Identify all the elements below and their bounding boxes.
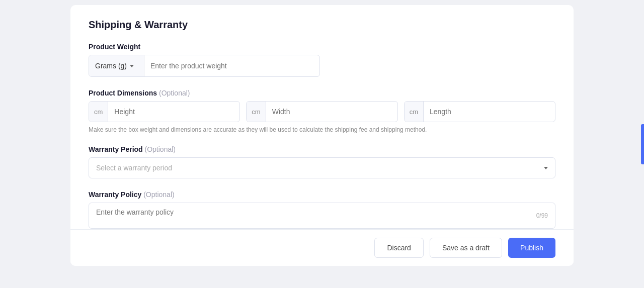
product-weight-label: Product Weight [89, 43, 555, 51]
warranty-policy-group: Warranty Policy (Optional) 0/99 [89, 190, 555, 229]
width-unit-label: cm [247, 102, 266, 122]
height-unit-label: cm [89, 102, 108, 122]
warranty-policy-label: Warranty Policy (Optional) [89, 190, 555, 199]
dimension-width-field: cm [246, 101, 397, 122]
dimension-height-field: cm [89, 101, 240, 122]
publish-button[interactable]: Publish [508, 238, 555, 258]
length-unit-label: cm [405, 102, 424, 122]
weight-unit-select[interactable]: Grams (g) [89, 55, 144, 76]
discard-button[interactable]: Discard [374, 238, 423, 258]
width-input[interactable] [266, 102, 397, 122]
warranty-policy-char-count: 0/99 [536, 212, 548, 219]
warranty-policy-textarea[interactable] [89, 203, 555, 226]
dimension-length-field: cm [404, 101, 555, 122]
shipping-warranty-card: Shipping & Warranty Product Weight Grams… [70, 5, 574, 266]
warranty-policy-textarea-wrap: 0/99 [89, 203, 555, 229]
weight-input-row: Grams (g) [89, 55, 320, 77]
warranty-period-optional-tag: (Optional) [145, 145, 176, 153]
weight-text-input[interactable] [144, 55, 319, 76]
page-title: Shipping & Warranty [89, 19, 555, 31]
height-input[interactable] [108, 102, 239, 122]
footer-bar: Discard Save as a draft Publish [70, 229, 574, 266]
length-input[interactable] [424, 102, 555, 122]
warranty-period-label: Warranty Period (Optional) [89, 145, 555, 153]
product-dimensions-group: Product Dimensions (Optional) cm cm cm M… [89, 89, 555, 133]
warranty-period-chevron-icon [544, 167, 548, 169]
save-draft-button[interactable]: Save as a draft [430, 238, 502, 258]
dimensions-row: cm cm cm [89, 101, 555, 122]
weight-unit-chevron-icon [130, 65, 134, 67]
warranty-period-select[interactable]: Select a warranty period [89, 157, 555, 178]
warranty-policy-optional-tag: (Optional) [143, 190, 174, 199]
weight-unit-value: Grams (g) [95, 62, 127, 70]
product-dimensions-label: Product Dimensions (Optional) [89, 89, 555, 97]
dimensions-hint: Make sure the box weight and dimensions … [89, 126, 555, 133]
right-accent-bar [641, 124, 644, 164]
warranty-period-placeholder: Select a warranty period [96, 164, 172, 172]
warranty-period-group: Warranty Period (Optional) Select a warr… [89, 145, 555, 178]
dimensions-optional-tag: (Optional) [159, 89, 190, 97]
product-weight-group: Product Weight Grams (g) [89, 43, 555, 77]
